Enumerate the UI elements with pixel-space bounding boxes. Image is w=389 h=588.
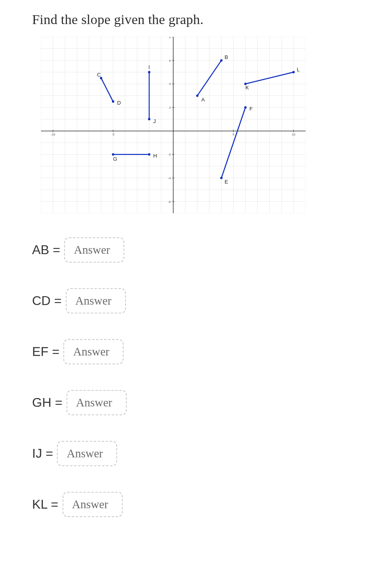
coordinate-graph: -10-5510-6-4-22468ABCDEFGHIJKL xyxy=(41,37,306,213)
svg-text:I: I xyxy=(148,64,150,70)
svg-point-85 xyxy=(148,118,150,120)
answers-list: AB = Answer CD = Answer EF = Answer GH =… xyxy=(32,237,389,517)
svg-text:5: 5 xyxy=(233,133,235,136)
svg-text:J: J xyxy=(153,118,156,124)
svg-text:-5: -5 xyxy=(111,133,115,136)
svg-text:-10: -10 xyxy=(51,133,55,136)
answer-row-ab: AB = Answer xyxy=(32,237,389,263)
svg-text:-2: -2 xyxy=(168,153,171,156)
svg-point-70 xyxy=(112,100,114,103)
svg-point-64 xyxy=(196,95,199,97)
svg-point-74 xyxy=(220,177,223,179)
svg-text:G: G xyxy=(113,156,117,162)
label-ef: EF = xyxy=(32,344,59,359)
svg-text:L: L xyxy=(297,67,300,73)
answer-row-kl: KL = Answer xyxy=(32,492,389,517)
input-cd[interactable]: Answer xyxy=(66,288,126,313)
svg-text:B: B xyxy=(225,54,228,60)
input-gh[interactable]: Answer xyxy=(67,390,127,415)
svg-point-75 xyxy=(244,106,247,109)
svg-text:4: 4 xyxy=(169,82,171,86)
svg-text:-4: -4 xyxy=(168,176,171,180)
svg-point-80 xyxy=(148,153,150,156)
svg-text:C: C xyxy=(97,72,101,78)
svg-text:D: D xyxy=(117,100,121,106)
input-ij[interactable]: Answer xyxy=(57,441,117,466)
svg-text:A: A xyxy=(201,97,205,103)
svg-point-79 xyxy=(112,153,114,156)
label-ij: IJ = xyxy=(32,446,53,461)
svg-line-68 xyxy=(101,78,113,102)
svg-text:E: E xyxy=(225,179,228,185)
label-ab: AB = xyxy=(32,242,60,257)
input-kl[interactable]: Answer xyxy=(63,492,123,517)
svg-text:-6: -6 xyxy=(168,200,171,204)
input-ab[interactable]: Answer xyxy=(64,237,124,263)
input-ef[interactable]: Answer xyxy=(63,339,124,364)
svg-text:8: 8 xyxy=(169,37,171,39)
answer-row-ef: EF = Answer xyxy=(32,339,389,364)
svg-point-84 xyxy=(148,71,150,73)
svg-text:F: F xyxy=(249,106,253,112)
svg-text:K: K xyxy=(245,85,249,91)
label-gh: GH = xyxy=(32,395,63,410)
answer-row-cd: CD = Answer xyxy=(32,288,389,313)
label-cd: CD = xyxy=(32,293,62,308)
svg-text:10: 10 xyxy=(292,133,296,136)
svg-point-90 xyxy=(292,71,295,73)
svg-point-65 xyxy=(220,59,223,62)
label-kl: KL = xyxy=(32,497,59,512)
answer-row-ij: IJ = Answer xyxy=(32,441,389,466)
svg-text:2: 2 xyxy=(169,106,171,109)
question-title: Find the slope given the graph. xyxy=(32,12,389,27)
answer-row-gh: GH = Answer xyxy=(32,390,389,415)
svg-text:H: H xyxy=(153,153,157,159)
svg-text:6: 6 xyxy=(169,59,171,63)
